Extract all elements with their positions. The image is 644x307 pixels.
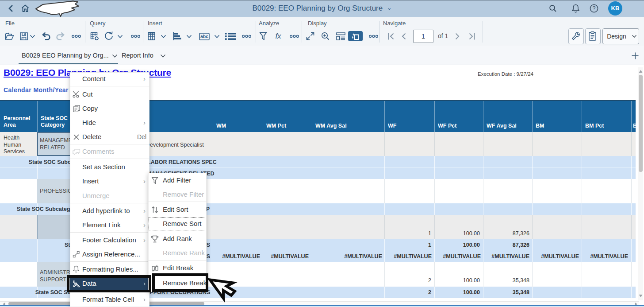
svg-text:?: ?	[593, 5, 596, 12]
svg-text:abc: abc	[200, 34, 208, 39]
svg-text:fx: fx	[275, 32, 281, 40]
